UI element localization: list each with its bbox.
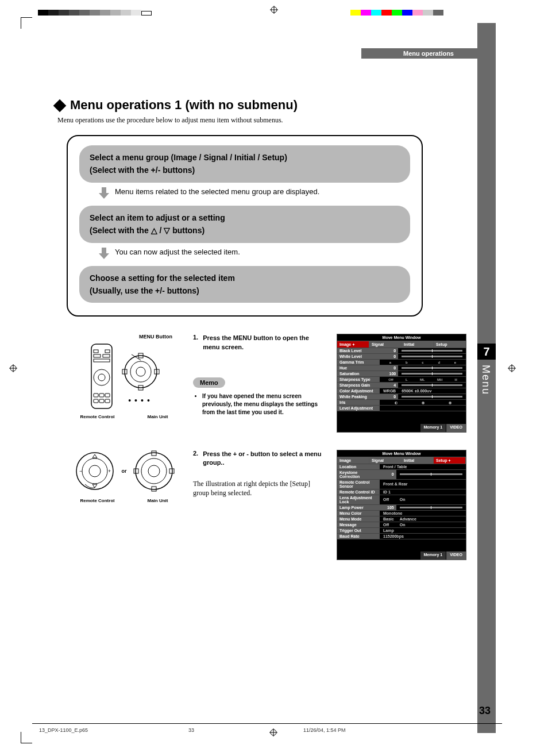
step-2-box: Select an item to adjust or a setting (S… — [79, 206, 410, 243]
step-1-note: Menu items related to the selected menu … — [115, 186, 319, 196]
svg-rect-12 — [91, 344, 112, 408]
arrow-down-icon — [98, 186, 110, 200]
main-unit-dial-icon — [133, 450, 175, 492]
registration-mark — [508, 364, 516, 372]
device-figure-top: MENU Button — [67, 334, 182, 419]
page-title: Menu operations 1 (with no submenu) — [70, 98, 298, 113]
main-unit-caption: Main Unit — [148, 498, 168, 503]
arrow-down-icon — [98, 246, 110, 260]
steps-panel: Select a menu group (Image / Signal / In… — [67, 135, 423, 317]
menu-button-label: MENU Button — [67, 334, 172, 340]
memo-list: If you have opened the menu screen previ… — [193, 392, 325, 416]
crop-mark — [21, 732, 32, 743]
remote-caption: Remote Control — [80, 414, 115, 419]
registration-mark — [9, 364, 17, 372]
diamond-bullet-icon — [53, 99, 67, 113]
step-2-note: You can now adjust the selected item. — [115, 246, 240, 256]
or-label: or — [122, 468, 127, 474]
dots-icon: •••• — [121, 396, 160, 405]
grayscale-bar — [38, 7, 152, 18]
color-bar — [350, 7, 443, 18]
registration-mark — [270, 6, 278, 14]
main-unit-caption: Main Unit — [148, 414, 168, 419]
remote-dial-icon: − + — [74, 450, 116, 492]
intro-text: Menu operations use the procedure below … — [57, 116, 480, 125]
device-figure-bottom: − + or Remote — [67, 450, 182, 503]
crop-mark — [21, 17, 32, 29]
page-content: Menu operations 1 (with no submenu) Menu… — [55, 98, 480, 577]
page-number: 33 — [479, 705, 491, 717]
step-3-box: Choose a setting for the selected item (… — [79, 266, 410, 303]
chapter-label: Menu — [480, 365, 492, 395]
remote-caption: Remote Control — [80, 498, 115, 503]
instruction-1: 1. Press the MENU button to open the men… — [193, 334, 325, 352]
footer-meta: 13_DPX-1100_E.p65 33 11/26/04, 1:54 PM — [39, 727, 496, 733]
instruction-2: 2. Press the + or - button to select a m… — [193, 450, 325, 468]
svg-text:−: − — [79, 468, 82, 474]
memo-badge: Memo — [193, 377, 225, 388]
illustration-text: The illustration at right depicts the [S… — [193, 479, 325, 499]
step-1-box: Select a menu group (Image / Signal / In… — [79, 145, 410, 183]
section-header: Menu operations — [361, 48, 496, 59]
remote-control-icon — [88, 342, 115, 411]
osd-menu-setup: Move Menu WindowImageSignalInitialSetup … — [337, 450, 466, 561]
svg-text:+: + — [108, 468, 111, 474]
svg-point-26 — [125, 356, 157, 388]
main-unit-dial-icon — [121, 352, 160, 391]
footer-rule — [32, 723, 502, 724]
osd-menu-image: Move Menu WindowImage ✦SignalInitialSetu… — [337, 334, 466, 433]
